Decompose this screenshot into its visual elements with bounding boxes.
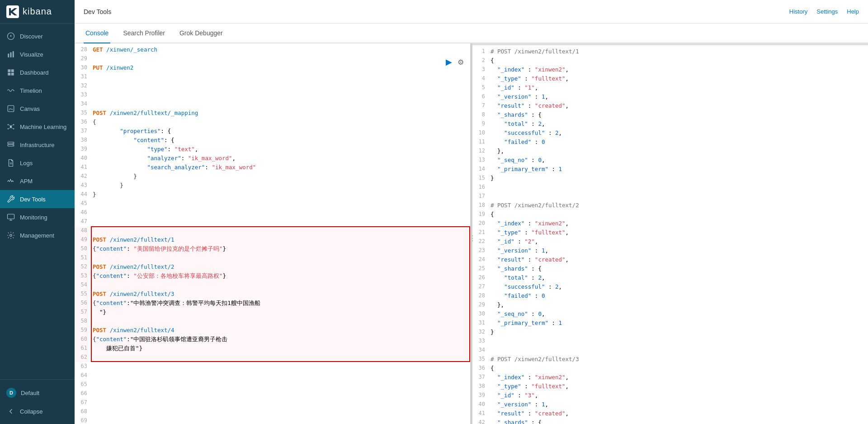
svg-point-14 <box>8 128 9 129</box>
left-editor[interactable]: 28GET /xinwen/_search2930PUT /xinwen2313… <box>75 43 471 424</box>
canvas-icon <box>6 104 15 113</box>
sidebar-item-apm-label: APM <box>20 178 33 185</box>
sidebar-item-management-label: Management <box>20 232 54 239</box>
sidebar-item-canvas-label: Canvas <box>20 105 40 112</box>
compass-icon <box>6 32 15 41</box>
wave-icon <box>6 86 15 95</box>
kibana-logo-icon <box>6 5 19 18</box>
sidebar-item-visualize-label: Visualize <box>20 51 43 58</box>
sidebar-item-timelion-label: Timelion <box>20 87 42 94</box>
topbar-right: History Settings Help <box>789 8 859 15</box>
editor-controls: ▶ ⚙ <box>445 56 465 68</box>
file-icon <box>6 158 15 167</box>
editor-area: 28GET /xinwen/_search2930PUT /xinwen2313… <box>75 43 868 424</box>
collapse-item[interactable]: Collapse <box>0 402 75 420</box>
right-editor: 1# POST /xinwen2/fulltext/12{3 "_index" … <box>472 43 868 424</box>
sidebar-item-management[interactable]: Management <box>0 226 75 244</box>
svg-line-17 <box>11 125 13 126</box>
user-item[interactable]: D Default <box>0 383 75 402</box>
gear-icon <box>6 231 15 240</box>
sidebar: kibana Discover Visualize Dashboard <box>0 0 75 424</box>
svg-line-16 <box>9 125 11 126</box>
apm-icon <box>6 176 15 186</box>
topbar-left: Dev Tools <box>84 8 111 15</box>
tab-search-profiler[interactable]: Search Profiler <box>121 24 167 43</box>
collapse-label: Collapse <box>20 408 43 415</box>
grid-icon <box>6 68 15 77</box>
svg-rect-9 <box>11 73 14 76</box>
tabs-bar: Console Search Profiler Grok Debugger <box>75 24 868 43</box>
sidebar-nav: Discover Visualize Dashboard Timelion <box>0 24 75 379</box>
svg-rect-26 <box>8 214 14 219</box>
chart-icon <box>6 50 15 59</box>
panel-divider[interactable] <box>471 43 472 424</box>
monitor-icon <box>6 213 15 222</box>
sidebar-item-discover-label: Discover <box>20 33 43 40</box>
right-editor-scroll[interactable]: 1# POST /xinwen2/fulltext/12{3 "_index" … <box>472 45 868 424</box>
settings-button[interactable]: ⚙ <box>457 56 465 68</box>
collapse-icon <box>6 407 15 416</box>
tab-console[interactable]: Console <box>84 24 110 43</box>
main-content: Dev Tools History Settings Help Console … <box>75 0 868 424</box>
page-title: Dev Tools <box>84 8 111 15</box>
run-button[interactable]: ▶ <box>445 56 453 68</box>
wrench-icon <box>6 195 15 204</box>
help-link[interactable]: Help <box>847 8 859 15</box>
tab-grok-debugger[interactable]: Grok Debugger <box>178 24 225 43</box>
svg-point-22 <box>13 143 14 143</box>
sidebar-item-infrastructure-label: Infrastructure <box>20 142 55 148</box>
svg-point-15 <box>13 128 14 129</box>
svg-line-19 <box>11 128 13 129</box>
sidebar-item-apm[interactable]: APM <box>0 172 75 190</box>
server-icon <box>6 140 15 149</box>
sidebar-item-discover[interactable]: Discover <box>0 27 75 45</box>
svg-rect-7 <box>11 69 14 72</box>
user-label: Default <box>21 390 39 396</box>
svg-point-12 <box>8 124 9 125</box>
user-avatar: D <box>6 388 16 398</box>
sidebar-item-dashboard[interactable]: Dashboard <box>0 63 75 81</box>
sidebar-item-timelion[interactable]: Timelion <box>0 81 75 100</box>
svg-point-2 <box>10 36 11 37</box>
sidebar-item-canvas[interactable]: Canvas <box>0 100 75 118</box>
sidebar-item-monitoring-label: Monitoring <box>20 214 47 221</box>
sidebar-item-devtools[interactable]: Dev Tools <box>0 190 75 208</box>
svg-line-18 <box>9 128 11 129</box>
svg-rect-4 <box>10 52 12 57</box>
sidebar-item-monitoring[interactable]: Monitoring <box>0 208 75 226</box>
svg-point-11 <box>10 126 12 128</box>
sidebar-item-ml-label: Machine Learning <box>20 124 66 130</box>
svg-point-13 <box>13 124 14 125</box>
settings-link[interactable]: Settings <box>816 8 838 15</box>
svg-rect-6 <box>8 69 10 72</box>
logo-area: kibana <box>0 0 75 24</box>
svg-rect-8 <box>8 73 10 76</box>
sidebar-item-infrastructure[interactable]: Infrastructure <box>0 136 75 154</box>
sidebar-item-dashboard-label: Dashboard <box>20 69 49 76</box>
sidebar-item-logs-label: Logs <box>20 160 33 167</box>
topbar: Dev Tools History Settings Help <box>75 0 868 24</box>
svg-rect-10 <box>8 105 14 112</box>
sidebar-item-ml[interactable]: Machine Learning <box>0 118 75 136</box>
sidebar-item-logs[interactable]: Logs <box>0 154 75 172</box>
sidebar-bottom: D Default Collapse <box>0 379 75 424</box>
left-editor-scroll[interactable]: 28GET /xinwen/_search2930PUT /xinwen2313… <box>75 43 470 424</box>
svg-marker-0 <box>9 8 17 15</box>
ml-icon <box>6 122 15 131</box>
svg-rect-3 <box>8 54 9 57</box>
kibana-logo-text: kibana <box>23 6 52 17</box>
svg-point-23 <box>13 145 14 146</box>
svg-point-29 <box>10 234 12 237</box>
svg-rect-5 <box>13 51 14 57</box>
sidebar-item-devtools-label: Dev Tools <box>20 196 46 203</box>
sidebar-item-visualize[interactable]: Visualize <box>0 45 75 63</box>
history-link[interactable]: History <box>789 8 807 15</box>
